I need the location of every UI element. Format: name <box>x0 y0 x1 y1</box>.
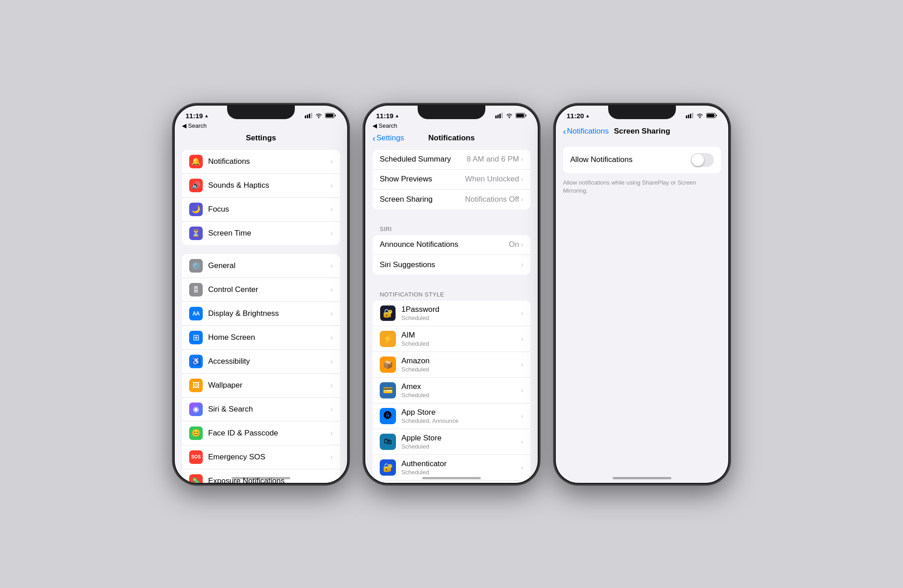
chevron-icon: › <box>521 309 523 317</box>
chevron-icon: › <box>330 310 333 318</box>
faceid-icon: 😊 <box>189 426 203 440</box>
1password-text: 1Password Scheduled <box>401 305 521 321</box>
settings-item-focus[interactable]: 🌙 Focus › <box>182 198 340 222</box>
display-icon: AA <box>189 307 203 320</box>
show-previews-item[interactable]: Show Previews When Unlocked › <box>372 170 531 190</box>
settings-item-exposure[interactable]: 🦠 Exposure Notifications › <box>182 469 340 483</box>
svg-rect-9 <box>502 113 503 118</box>
notif-style-header: NOTIFICATION STYLE <box>365 284 538 301</box>
allow-notifications-desc: Allow notifications while using SharePla… <box>563 179 721 195</box>
appstore-notif-text: App Store Scheduled, Announce <box>401 408 521 424</box>
settings-item-notifications[interactable]: 🔔 Notifications › <box>182 150 340 174</box>
settings-item-accessibility[interactable]: ♿ Accessibility › <box>182 350 340 374</box>
appstore-notif-sub: Scheduled, Announce <box>401 417 521 424</box>
screen-sharing-value: Notifications Off <box>465 195 519 204</box>
siri-suggestions-label: Siri Suggestions <box>380 260 521 269</box>
svg-rect-8 <box>499 114 501 118</box>
svg-rect-1 <box>307 115 308 118</box>
aim-name: AIM <box>401 331 521 340</box>
iphone-settings: 11:19 ▲ ◀ Search Settings <box>173 104 349 485</box>
settings-item-general[interactable]: ⚙️ General › <box>182 254 340 278</box>
allow-notifications-toggle[interactable] <box>691 153 714 167</box>
chevron-icon: › <box>330 357 333 366</box>
show-previews-label: Show Previews <box>380 175 465 184</box>
amex-icon: 💳 <box>380 382 396 398</box>
chevron-icon: › <box>521 241 523 249</box>
emergency-label: Emergency SOS <box>208 453 330 462</box>
apple-store-text: Apple Store Scheduled <box>401 434 521 450</box>
screen-sharing-item[interactable]: Screen Sharing Notifications Off › <box>372 190 531 209</box>
search-back-area: ◀ Search <box>175 121 347 132</box>
wifi-icon <box>315 113 322 118</box>
chevron-icon: › <box>521 438 523 446</box>
settings-item-siri[interactable]: ◉ Siri & Search › <box>182 398 340 421</box>
apple-store-name: Apple Store <box>401 434 521 443</box>
settings-item-emergency[interactable]: SOS Emergency SOS › <box>182 445 340 469</box>
status-icons <box>686 113 717 118</box>
chevron-icon: › <box>330 157 333 166</box>
control-center-icon: 🎛 <box>189 283 203 296</box>
screentime-label: Screen Time <box>208 229 330 238</box>
settings-item-screentime[interactable]: ⏳ Screen Time › <box>182 222 340 245</box>
svg-rect-6 <box>495 116 497 118</box>
home-bar <box>422 477 481 479</box>
page-title: Settings <box>246 134 276 143</box>
announce-notifications-value: On <box>509 240 519 249</box>
svg-rect-17 <box>707 114 715 117</box>
apple-store-icon: 🛍 <box>380 434 396 450</box>
nav-bar: ‹ Notifications Screen Sharing <box>556 125 728 139</box>
app-aim[interactable]: ⚡ AIM Scheduled › <box>372 326 531 352</box>
allow-notifications-label: Allow Notifications <box>570 155 633 164</box>
chevron-icon: › <box>330 333 333 342</box>
svg-rect-3 <box>311 113 312 118</box>
general-icon: ⚙️ <box>189 259 203 273</box>
screentime-icon: ⏳ <box>189 227 203 240</box>
settings-item-display[interactable]: AA Display & Brightness › <box>182 302 340 326</box>
app-amex[interactable]: 💳 Amex Scheduled › <box>372 378 531 403</box>
emergency-icon: SOS <box>189 450 203 464</box>
apple-store-sub: Scheduled <box>401 443 521 450</box>
app-authy[interactable]: 🔴 Authy Scheduled › <box>372 481 531 483</box>
siri-section: Announce Notifications On › Siri Suggest… <box>372 235 531 275</box>
settings-item-faceid[interactable]: 😊 Face ID & Passcode › <box>182 421 340 445</box>
app-amazon[interactable]: 📦 Amazon Scheduled › <box>372 352 531 378</box>
app-1password[interactable]: 🔐 1Password Scheduled › <box>372 301 531 326</box>
authenticator-text: Authenticator Scheduled <box>401 459 521 476</box>
chevron-icon: › <box>521 335 523 343</box>
announce-notifications-item[interactable]: Announce Notifications On › <box>372 235 531 255</box>
nav-bar: ‹ Settings Notifications <box>365 132 538 146</box>
page-title: Screen Sharing <box>614 127 670 136</box>
status-icons <box>305 113 336 118</box>
app-apple-store[interactable]: 🛍 Apple Store Scheduled › <box>372 429 531 455</box>
settings-item-home-screen[interactable]: ⊞ Home Screen › <box>182 326 340 350</box>
notifications-content[interactable]: Scheduled Summary 8 AM and 6 PM › Show P… <box>365 146 538 483</box>
location-icon: ▲ <box>395 113 399 118</box>
notch <box>227 106 295 119</box>
status-time: 11:19 <box>376 112 393 120</box>
wifi-icon <box>696 113 703 118</box>
nav-back-button[interactable]: ‹ Notifications <box>563 127 609 136</box>
settings-list[interactable]: 🔔 Notifications › 🔊 Sounds & Haptics › 🌙… <box>175 146 347 483</box>
settings-section-1: 🔔 Notifications › 🔊 Sounds & Haptics › 🌙… <box>182 150 340 245</box>
siri-suggestions-item[interactable]: Siri Suggestions › <box>372 255 531 275</box>
chevron-icon: › <box>521 463 523 472</box>
focus-icon: 🌙 <box>189 203 203 216</box>
home-bar <box>232 477 290 479</box>
settings-item-control-center[interactable]: 🎛 Control Center › <box>182 278 340 302</box>
signal-icon <box>686 113 694 118</box>
wifi-icon <box>506 113 513 118</box>
scheduled-summary-item[interactable]: Scheduled Summary 8 AM and 6 PM › <box>372 150 531 170</box>
allow-notifications-row[interactable]: Allow Notifications <box>563 147 721 173</box>
authenticator-sub: Scheduled <box>401 469 521 476</box>
appstore-notif-icon: 🅐 <box>380 408 396 424</box>
app-appstore[interactable]: 🅐 App Store Scheduled, Announce › <box>372 403 531 429</box>
aim-text: AIM Scheduled <box>401 331 521 347</box>
svg-rect-7 <box>498 115 499 118</box>
nav-back-button[interactable]: ‹ Settings <box>372 134 404 143</box>
announce-notifications-label: Announce Notifications <box>380 240 509 249</box>
settings-item-sounds[interactable]: 🔊 Sounds & Haptics › <box>182 174 340 198</box>
screen-sharing-content: Allow Notifications Allow notifications … <box>556 139 728 483</box>
page-title: Notifications <box>428 134 475 143</box>
sounds-icon: 🔊 <box>189 179 203 192</box>
settings-item-wallpaper[interactable]: 🖼 Wallpaper › <box>182 374 340 398</box>
